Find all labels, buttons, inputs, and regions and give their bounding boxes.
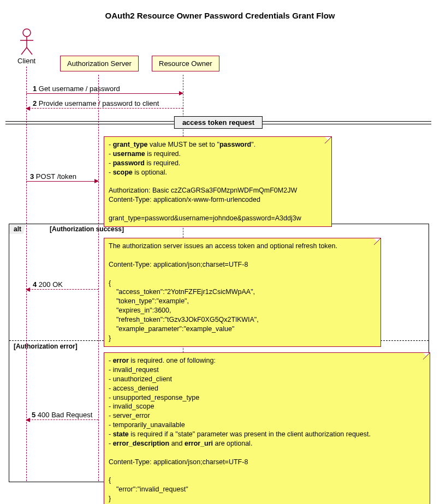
note-success-response: The authorization server issues an acces… bbox=[104, 238, 381, 347]
participant-resource-owner: Resource Owner bbox=[152, 56, 219, 71]
msg-3-label: 3 POST /token bbox=[30, 172, 76, 181]
note-error-response: - error is required. one of following: -… bbox=[104, 352, 430, 504]
svg-point-0 bbox=[23, 29, 31, 37]
actor-client: Client bbox=[17, 28, 35, 65]
arrow-2 bbox=[26, 108, 183, 109]
actor-client-label: Client bbox=[17, 57, 35, 65]
note-token-request: - grant_type value MUST be set to "passw… bbox=[104, 136, 332, 227]
msg-5-label: 5 400 Bad Request bbox=[32, 411, 92, 419]
alt-cond-error: [Authorization error] bbox=[14, 343, 78, 350]
alt-tag: alt bbox=[9, 224, 26, 234]
diagram-title: OAuth2 Resource Owner Password Credentia… bbox=[5, 11, 435, 20]
msg-2-label: 2 Provide username / password to client bbox=[33, 99, 159, 107]
arrow-5 bbox=[26, 419, 98, 420]
arrow-1 bbox=[26, 93, 183, 94]
msg-4-label: 4 200 OK bbox=[33, 280, 63, 289]
svg-line-4 bbox=[27, 47, 32, 55]
participant-auth-server: Authorization Server bbox=[60, 56, 139, 71]
stickman-icon bbox=[19, 28, 35, 56]
arrow-3 bbox=[26, 181, 98, 182]
divider-label: access token request bbox=[174, 116, 263, 129]
sequence-diagram: Client Authorization Server Resource Own… bbox=[5, 28, 431, 503]
svg-line-3 bbox=[21, 47, 27, 55]
arrow-4 bbox=[26, 289, 98, 290]
msg-1-label: 1 Get username / password bbox=[33, 85, 120, 93]
